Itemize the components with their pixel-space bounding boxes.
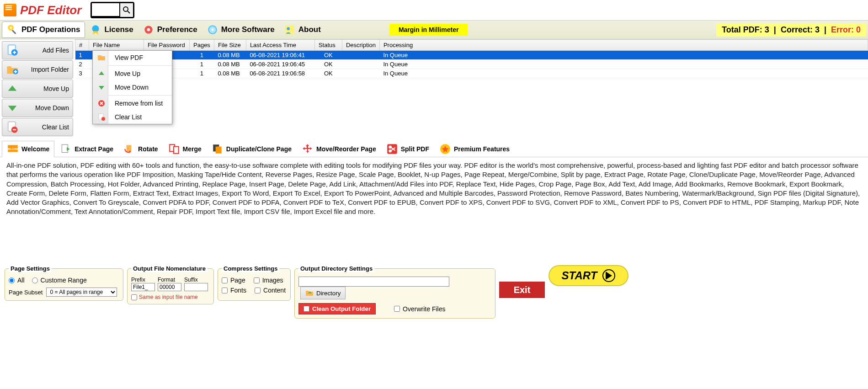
tab-bar: WELCOME Welcome Extract Page Rotate Merg… [0,140,868,157]
tab-merge[interactable]: Merge [164,141,206,157]
grid-col-file-name[interactable]: File Name [89,40,144,51]
remove-icon [97,99,106,107]
radio-all[interactable]: All [9,277,25,284]
svg-rect-28 [216,146,222,153]
tab-rotate[interactable]: Rotate [119,141,163,157]
margin-unit-badge: Margin in Millimeter [389,24,468,36]
same-as-input-checkbox[interactable]: Same as input file name [131,294,210,300]
suffix-input[interactable] [184,283,208,291]
rotate-icon [123,143,135,155]
chk-content[interactable]: Content [255,287,286,294]
overwrite-files-checkbox[interactable]: Overwrite Files [394,305,445,313]
tab-split-pdf[interactable]: Split PDF [382,141,434,157]
merge-icon [168,143,180,155]
grid-col-last-access-time[interactable]: Last Access Time [246,40,314,51]
file-grid-area: #File NameFile PasswordPagesFile SizeLas… [75,39,868,139]
page-subset-select[interactable]: 0 = All pages in range [46,288,117,297]
folder-up-icon [305,289,314,297]
view-pdf-icon [97,53,106,62]
arrow-down-icon [97,83,106,91]
license-badge-icon [90,24,101,36]
search-icon [123,6,130,14]
grid-col-pages[interactable]: Pages [190,40,214,51]
person-info-icon [284,24,296,36]
format-input[interactable] [158,283,181,291]
grid-col--[interactable]: # [75,40,89,51]
menu-about[interactable]: About [279,22,325,37]
move-up-button[interactable]: Move Up [2,80,73,98]
clean-output-folder-button[interactable]: Clean Output Folder [298,303,376,314]
output-directory-input[interactable] [298,277,449,287]
svg-text:WELCOME: WELCOME [7,148,19,150]
svg-point-10 [212,29,213,31]
output-directory-group: Output Directory Settings Directory Clea… [294,265,495,319]
arrow-up-icon [97,69,106,78]
grid-col-processing[interactable]: Processing [379,40,868,51]
context-menu: View PDF Move Up Move Down Remove from l… [92,50,172,124]
extract-page-icon [60,143,72,155]
svg-rect-26 [174,146,179,153]
exit-button[interactable]: Exit [499,282,545,298]
search-button[interactable] [119,3,133,17]
clear-list-button[interactable]: Clear List [2,118,73,136]
grid-col-file-size[interactable]: File Size [214,40,246,51]
svg-point-5 [92,25,99,32]
gear-icon [143,24,154,36]
grid-col-description[interactable]: Description [342,40,379,51]
menu-preference[interactable]: Preference [138,22,202,37]
radio-custom-range[interactable]: Custome Range [32,277,87,284]
grid-col-status[interactable]: Status [314,40,342,51]
tab-move-reorder[interactable]: Move/Reorder Page [297,141,381,157]
arrow-up-icon [6,82,19,95]
tab-extract-page[interactable]: Extract Page [55,141,118,157]
page-settings-title: Page Settings [9,265,52,272]
add-file-icon [6,44,19,57]
compress-settings-group: Compress Settings Page Images Fonts Cont… [218,265,291,301]
prefix-input[interactable] [131,283,155,291]
table-row[interactable]: 210.08 MB06-08-2021 19:06:45OKIn Queue [75,60,868,69]
total-pdf-stat: Total PDF: 3 [722,25,769,34]
gear-wrench-icon [7,24,19,36]
directory-browse-button[interactable]: Directory [300,287,346,299]
tab-duplicate-clone[interactable]: Duplicate/Clone Page [207,141,296,157]
split-icon [386,143,398,155]
welcome-text: All-in-one PDF solution, PDF editing wit… [0,157,868,262]
move-down-button[interactable]: Move Down [2,99,73,117]
tab-welcome[interactable]: WELCOME Welcome [2,141,54,157]
clean-output-checkbox[interactable] [304,306,309,312]
svg-point-20 [101,117,105,121]
nomenclature-title: Output File Nomenclature [131,265,208,272]
left-sidebar: Add Files Import Folder Move Up Move Dow… [0,39,75,139]
svg-point-3 [10,27,12,29]
svg-point-12 [287,27,290,31]
menu-license[interactable]: License [85,22,138,37]
menu-more-software[interactable]: More Software [202,22,279,37]
duplicate-icon [212,143,224,155]
clear-list-icon [6,121,19,133]
tab-premium-features[interactable]: Premium Features [435,141,514,157]
arrow-down-icon [6,101,19,114]
correct-stat: Correct: 3 [781,25,820,34]
play-icon [602,269,615,282]
svg-point-0 [123,7,128,11]
import-folder-icon [6,63,19,76]
table-row[interactable]: 310.08 MB06-08-2021 19:06:58OKIn Queue [75,69,868,78]
menu-bar: PDF Operations License Preference More S… [0,20,868,39]
chk-images[interactable]: Images [254,277,283,284]
svg-line-1 [128,11,130,13]
grid-col-file-password[interactable]: File Password [144,40,190,51]
welcome-icon: WELCOME [7,143,19,155]
error-stat: Error: 0 [831,25,861,34]
chk-page[interactable]: Page [222,277,245,284]
add-files-button[interactable]: Add Files [2,41,73,59]
menu-pdf-operations[interactable]: PDF Operations [2,21,85,38]
file-grid[interactable]: #File NameFile PasswordPagesFile SizeLas… [75,39,868,78]
search-input[interactable] [92,3,119,17]
table-row[interactable]: 110.08 MB06-08-2021 19:06:41OKIn Queue [75,51,868,60]
output-directory-title: Output Directory Settings [298,265,374,272]
import-folder-button[interactable]: Import Folder [2,60,73,79]
start-button[interactable]: START [548,265,628,286]
search-container [91,2,134,18]
move-reorder-icon [302,143,314,155]
chk-fonts[interactable]: Fonts [222,287,246,294]
